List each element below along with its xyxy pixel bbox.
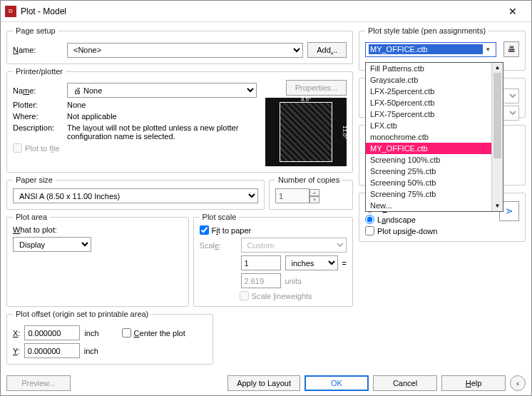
copies-spin-up: ▲ <box>310 189 319 196</box>
plot-scale-legend: Plot scale <box>200 213 240 221</box>
center-plot-label: Center the plot <box>134 329 185 337</box>
offset-x-label: X: <box>13 329 20 337</box>
plot-style-option[interactable]: New... <box>366 200 503 211</box>
upside-down-label: Plot upside-down <box>377 227 437 235</box>
plot-style-option[interactable]: Screening 100%.ctb <box>366 154 503 166</box>
fit-to-paper-label: Fit to paper <box>212 226 252 235</box>
offset-y-unit: inch <box>84 347 98 355</box>
plot-dialog: D Plot - Model ✕ Page setup Name: <None>… <box>0 0 532 396</box>
what-to-plot-combo[interactable]: Display <box>13 237 91 252</box>
scale-combo: Custom <box>241 238 347 253</box>
window-title: Plot - Model <box>21 6 498 16</box>
landscape-radio[interactable] <box>365 215 374 224</box>
equals-label: = <box>342 259 347 268</box>
plot-style-option[interactable]: Screening 50%.ctb <box>366 177 503 188</box>
plot-style-option[interactable]: Screening 25%.ctb <box>366 166 503 177</box>
scale-units-combo[interactable]: inches <box>285 255 338 270</box>
cancel-button[interactable]: Cancel <box>373 375 437 391</box>
description-label: Description: <box>13 123 63 132</box>
copies-legend: Number of copies <box>275 176 342 184</box>
help-button[interactable]: Help <box>441 375 506 391</box>
plot-style-option[interactable]: Fill Patterns.ctb <box>366 63 503 74</box>
scale-lineweights-label: Scale lineweights <box>252 292 312 300</box>
page-setup-legend: Page setup <box>13 26 58 35</box>
scale-label: Scale: <box>200 241 237 250</box>
plot-style-legend: Plot style table (pen assignments) <box>365 26 488 35</box>
paper-preview: 8.5'' 11.0'' <box>265 98 347 166</box>
plotter-value: None <box>67 101 86 109</box>
paper-size-legend: Paper size <box>13 176 56 184</box>
plot-offset-legend: Plot offset (origin set to printable are… <box>13 310 151 318</box>
plot-style-dropdown-listbox[interactable]: ▲ ▼ Fill Patterns.ctbGrayscale.ctbLFX-25… <box>365 62 503 212</box>
scale-denom-unit: units <box>285 277 302 285</box>
plot-style-option[interactable]: LFX-50percent.ctb <box>366 97 503 108</box>
chevron-down-icon: ▾ <box>483 46 493 53</box>
printer-name-label: Name: <box>13 86 63 95</box>
scroll-thumb[interactable] <box>493 73 501 158</box>
copies-group: Number of copies ▲▼ <box>269 176 353 210</box>
plot-style-option[interactable]: LFX.ctb <box>366 120 503 131</box>
scroll-down-arrow[interactable]: ▼ <box>492 201 503 211</box>
offset-y-label: Y: <box>13 347 20 355</box>
plotter-label: Plotter: <box>13 101 63 109</box>
upside-down-checkbox[interactable] <box>365 226 374 235</box>
what-to-plot-label: What to plot: <box>13 225 183 234</box>
plot-style-selected: MY_OFFICE.ctb <box>369 44 483 54</box>
page-setup-name-label: Name: <box>13 46 63 54</box>
add-button[interactable]: Add... <box>307 42 347 58</box>
offset-x-input[interactable] <box>24 325 80 340</box>
printer-legend: Printer/plotter <box>13 67 66 76</box>
plot-style-group: Plot style table (pen assignments) MY_OF… <box>359 26 526 71</box>
collapse-button[interactable]: ‹ <box>510 375 526 391</box>
plot-area-legend: Plot area <box>13 213 50 221</box>
where-label: Where: <box>13 112 63 121</box>
paper-size-group: Paper size ANSI A (8.50 x 11.00 Inches) <box>6 176 265 210</box>
titlebar: D Plot - Model ✕ <box>1 1 531 22</box>
plot-offset-group: Plot offset (origin set to printable are… <box>6 310 213 365</box>
scroll-up-arrow[interactable]: ▲ <box>492 63 503 73</box>
plot-style-option[interactable]: MY_OFFICE.ctb <box>366 143 503 154</box>
ok-button[interactable]: OK <box>305 375 369 391</box>
fit-to-paper-checkbox[interactable] <box>200 225 209 235</box>
landscape-label: Landscape <box>377 215 416 224</box>
printer-group: Printer/plotter Name: 🖨 None Plotter:Non… <box>6 67 353 173</box>
offset-y-input[interactable] <box>24 343 80 358</box>
page-setup-group: Page setup Name: <None> Add... <box>6 26 353 64</box>
preview-button: Preview... <box>6 375 71 391</box>
dropdown-scrollbar[interactable]: ▲ ▼ <box>491 63 503 211</box>
plot-style-option[interactable]: Screening 75%.ctb <box>366 188 503 200</box>
preview-height: 11.0'' <box>342 103 348 161</box>
app-icon: D <box>5 6 16 17</box>
plot-to-file-checkbox <box>13 143 22 153</box>
copies-input <box>275 188 310 203</box>
dialog-footer: Preview... Apply to Layout OK Cancel Hel… <box>1 371 531 395</box>
scale-numerator-input[interactable] <box>241 255 281 270</box>
scale-lineweights-checkbox <box>240 291 249 300</box>
plot-style-option[interactable]: Grayscale.ctb <box>366 74 503 86</box>
page-setup-name-combo[interactable]: <None> <box>67 43 303 58</box>
where-value: Not applicable <box>67 112 117 121</box>
edit-plot-style-button[interactable]: 🖶 <box>503 41 519 57</box>
description-value: The layout will not be plotted unless a … <box>67 123 257 141</box>
printer-name-combo[interactable]: 🖨 None <box>67 83 257 98</box>
paper-size-combo[interactable]: ANSI A (8.50 x 11.00 Inches) <box>13 188 258 203</box>
copies-spin-down: ▼ <box>310 196 319 203</box>
plot-style-option[interactable]: LFX-75percent.ctb <box>366 108 503 120</box>
center-plot-checkbox[interactable] <box>122 328 131 337</box>
close-button[interactable]: ✕ <box>498 1 527 21</box>
plot-scale-group: Plot scale Fit to paper Scale:Custom inc… <box>193 213 353 307</box>
offset-x-unit: inch <box>84 329 98 337</box>
plot-style-combo[interactable]: MY_OFFICE.ctb ▾ <box>365 42 496 57</box>
plot-to-file-label: Plot to file <box>25 144 59 153</box>
plot-style-option[interactable]: LFX-25percent.ctb <box>366 86 503 97</box>
apply-to-layout-button[interactable]: Apply to Layout <box>227 375 300 391</box>
properties-button: Properties... <box>286 80 347 96</box>
scale-denominator-input <box>241 273 281 288</box>
plot-area-group: Plot area What to plot: Display <box>6 213 189 307</box>
plot-style-option[interactable]: monochrome.ctb <box>366 131 503 143</box>
